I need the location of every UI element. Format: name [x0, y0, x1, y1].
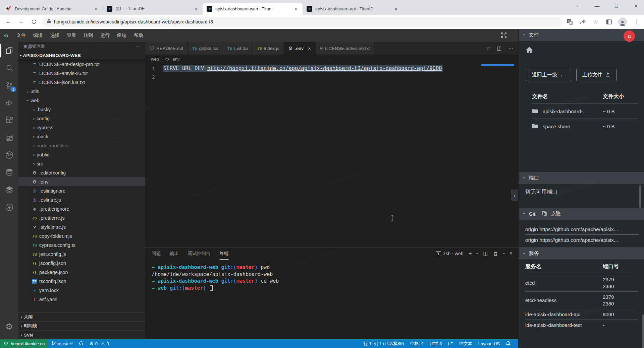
tab-close-icon[interactable]: × — [393, 6, 399, 12]
search-icon[interactable] — [0, 59, 18, 77]
git-section-header[interactable]: › Git 克隆 — [519, 208, 644, 220]
user-avatar-badge[interactable]: a — [624, 30, 635, 42]
browser-tab[interactable]: ‹t›项目 - TitanIDE× — [103, 3, 203, 15]
editor-tab[interactable]: TSglobal.tsx — [188, 42, 223, 55]
language-mode[interactable]: 纯文本 — [456, 341, 475, 347]
menu-运行[interactable]: 运行 — [97, 29, 113, 42]
browser-tab[interactable]: Development Guide | Apache× — [3, 3, 103, 15]
address-bar[interactable]: hongxi.titanide.cn/ide/web/coding/apisix… — [42, 17, 562, 27]
run-debug-icon[interactable] — [0, 94, 18, 112]
git-remote-row[interactable]: origin https://github.com/apache/apisix.… — [525, 235, 639, 245]
tree-item[interactable]: V.stylelintrc.js — [18, 222, 145, 231]
service-row[interactable]: ide-apisix-dashboard-test- — [525, 320, 638, 330]
menu-转到[interactable]: 转到 — [80, 29, 97, 42]
close-panel-icon[interactable]: × — [509, 251, 513, 257]
explorer-more-icon[interactable]: ⋯ — [135, 44, 141, 49]
reload-icon[interactable] — [29, 17, 39, 27]
upload-file-button[interactable]: 上传文件 — [576, 69, 616, 81]
layers-icon[interactable] — [0, 181, 18, 199]
section-时间线[interactable]: ›时间线 — [18, 321, 145, 330]
compare-changes-icon[interactable]: ⇄ — [486, 45, 491, 51]
editor-more-actions-icon[interactable]: ⋯ — [508, 45, 513, 51]
tree-item[interactable]: ›src — [18, 159, 145, 168]
tree-item[interactable]: JS.prettierrc.js — [18, 213, 145, 222]
tree-item[interactable]: TStsconfig.json — [18, 277, 145, 286]
sync-indicator[interactable] — [76, 341, 87, 347]
indentation[interactable]: 空格: 4 — [407, 341, 426, 347]
services-col-name[interactable]: 服务名 — [525, 263, 603, 270]
tree-item[interactable]: ◎.eslintrc.js — [18, 195, 145, 204]
breadcrumb-file[interactable]: .env — [171, 57, 180, 62]
tree-item[interactable]: {}package.json — [18, 268, 145, 277]
file-row[interactable]: space.share~ 0 B — [532, 119, 638, 134]
tree-item[interactable]: !asf.yaml — [18, 295, 145, 304]
maximize-icon[interactable]: □ — [612, 1, 621, 11]
keyboard-layout[interactable]: Layout: US — [475, 341, 503, 346]
tree-item[interactable]: ≡LICENSE-antvis-x6.txt — [18, 69, 145, 78]
section-大纲[interactable]: ›大纲 — [18, 312, 145, 321]
code-editor[interactable]: 1 SERVE_URL_DEV=http://hongxi.titanide.c… — [145, 63, 518, 81]
back-parent-button[interactable]: 返回上一级 ← — [526, 69, 571, 81]
service-row[interactable]: etcd23792380 — [525, 274, 638, 291]
explorer-icon[interactable] — [0, 42, 18, 59]
editor-tab[interactable]: ⚙.env× — [284, 42, 316, 55]
menu-编辑[interactable]: 编辑 — [30, 29, 46, 42]
menu-文件[interactable]: 文件 — [13, 29, 30, 42]
side-panel-icon[interactable] — [605, 18, 612, 25]
minimize-icon[interactable]: — — [592, 1, 602, 11]
share-icon[interactable] — [579, 18, 586, 25]
editor-tab[interactable]: ⓘREADME.md — [145, 42, 188, 55]
service-row[interactable]: etcd-headless23792380 — [525, 291, 638, 309]
tree-item[interactable]: ●yarn.lock — [18, 286, 145, 295]
page-scrollbar-thumb[interactable] — [642, 315, 644, 348]
extensions-icon[interactable] — [0, 112, 18, 129]
tree-item[interactable]: ›.husky — [18, 105, 145, 114]
tree-item[interactable]: ⚙.editorconfig — [18, 168, 145, 177]
git-graph-icon[interactable] — [0, 146, 18, 164]
services-col-port[interactable]: 端口号 — [603, 263, 638, 270]
tree-item[interactable]: ›mock — [18, 132, 145, 141]
preview-window-icon[interactable] — [0, 129, 18, 146]
tree-item[interactable]: ›cypress — [18, 123, 145, 132]
menu-选择[interactable]: 选择 — [46, 29, 63, 42]
database-icon[interactable] — [0, 164, 18, 181]
env-url-link[interactable]: http://hongxi.titanide.cn/app/apisix-das… — [207, 65, 442, 71]
breadcrumb[interactable]: web › ⚙ .env — [145, 55, 518, 63]
tab-close-icon[interactable]: × — [193, 6, 199, 12]
editor-tab[interactable]: ≡LICENSE-antvis-x6.txt — [316, 42, 375, 55]
git-clone-icon[interactable] — [542, 211, 547, 217]
maximize-panel-chevron-icon[interactable]: › — [501, 253, 506, 254]
terminal[interactable]: → apisix-dashboard-web git:(master) pwd/… — [145, 260, 518, 291]
tree-item[interactable]: ◆.prettierignore — [18, 204, 145, 213]
remote-indicator[interactable]: hongxi.titanide.cn — [0, 339, 48, 348]
right-panel-scrollbar-thumb[interactable] — [639, 185, 641, 208]
shell-picker[interactable]: ❯ zsh - web — [436, 251, 464, 256]
services-section-header[interactable]: › 服务 — [519, 247, 644, 259]
notifications-bell-icon[interactable] — [503, 341, 514, 347]
fullscreen-icon[interactable] — [501, 32, 507, 39]
home-icon[interactable] — [526, 47, 533, 54]
tree-item[interactable]: {}jsconfig.json — [18, 259, 145, 268]
menu-终端[interactable]: 终端 — [113, 29, 130, 42]
editor-tab[interactable]: TSList.tsx — [223, 42, 253, 55]
settings-gear-icon[interactable]: ⚙ — [0, 318, 18, 335]
editor-tab[interactable]: JSindex.js — [253, 42, 284, 55]
tree-item[interactable]: TScypress.config.ts — [18, 240, 145, 250]
panel-tab-调试控制台[interactable]: 调试控制台 — [188, 248, 211, 260]
tree-item[interactable]: ›config — [18, 114, 145, 123]
encoding[interactable]: UTF-8 — [427, 341, 445, 346]
panel-tab-输出[interactable]: 输出 — [170, 248, 179, 260]
tab-close-icon[interactable]: × — [308, 46, 311, 51]
eol[interactable]: LF — [445, 341, 456, 346]
browser-menu-kebab-icon[interactable]: ⋮ — [633, 18, 640, 25]
source-control-icon[interactable]: 1 — [0, 77, 18, 94]
split-terminal-icon[interactable]: ◫ — [483, 251, 488, 257]
forward-icon[interactable]: → — [16, 17, 26, 27]
panel-tab-问题[interactable]: 问题 — [152, 248, 161, 260]
lightning-icon[interactable] — [0, 199, 18, 216]
kill-terminal-trash-icon[interactable] — [493, 251, 498, 256]
menu-帮助[interactable]: 帮助 — [130, 29, 147, 42]
file-row[interactable]: apisix-dashboard-...~ 0 B — [532, 103, 638, 119]
tree-item[interactable]: ›utils — [18, 87, 145, 96]
breadcrumb-folder[interactable]: web — [151, 57, 159, 62]
